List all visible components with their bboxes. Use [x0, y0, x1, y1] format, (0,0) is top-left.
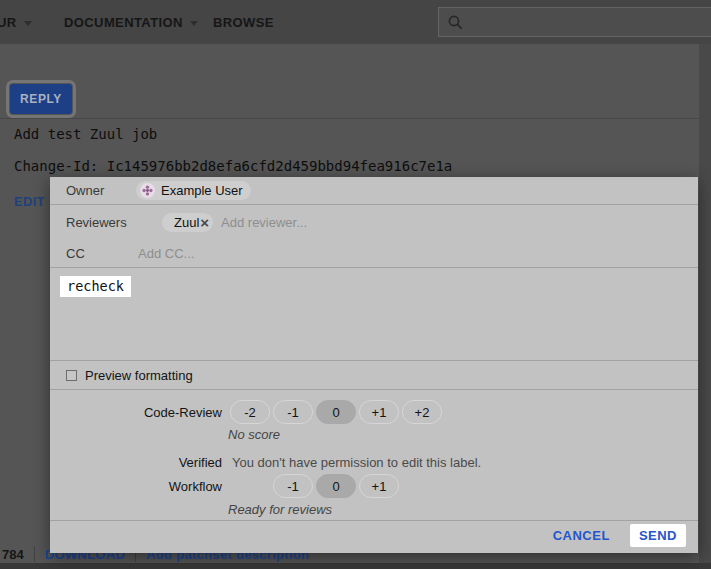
add-cc-input[interactable]: Add CC...: [138, 246, 194, 261]
commit-message-line: Add test Zuul job: [14, 126, 157, 142]
top-nav-bar: UR DOCUMENTATION BROWSE: [0, 0, 711, 44]
search-input[interactable]: [438, 7, 711, 37]
cc-label: CC: [66, 246, 136, 261]
reply-message-textarea[interactable]: recheck: [50, 268, 698, 361]
nav-item-browse-label: BROWSE: [213, 15, 274, 30]
vote-button-workflow-plus1[interactable]: +1: [359, 474, 399, 498]
nav-item-your[interactable]: UR: [0, 0, 32, 44]
screen: REPLY Add test Zuul job Change-Id: Ic145…: [0, 0, 711, 569]
code-review-status: No score: [228, 427, 698, 442]
cc-row: CC Add CC...: [50, 239, 698, 268]
verified-label: Verified: [50, 455, 222, 470]
remove-reviewer-icon[interactable]: ×: [200, 215, 209, 230]
nav-item-documentation-label: DOCUMENTATION: [64, 15, 183, 30]
reply-dialog: Owner Example User Reviewers: [50, 177, 698, 553]
preview-formatting-label: Preview formatting: [85, 368, 193, 383]
reviewers-label: Reviewers: [66, 215, 136, 230]
footer-separator: [34, 547, 35, 562]
reviewers-row: Reviewers Zuul × Add reviewer...: [50, 205, 698, 239]
owner-label: Owner: [66, 183, 136, 198]
bottom-strip: [0, 563, 711, 569]
chevron-down-icon: [190, 21, 198, 26]
vote-button-workflow-minus1[interactable]: -1: [273, 474, 313, 498]
dialog-action-bar: CANCEL SEND: [50, 521, 698, 549]
vote-button-code-review-zero[interactable]: 0: [316, 400, 356, 424]
right-margin-band: [699, 44, 711, 563]
nav-item-your-label: UR: [0, 15, 17, 30]
workflow-row: Workflow -1 0 +1: [50, 474, 698, 498]
nav-item-documentation[interactable]: DOCUMENTATION: [64, 0, 198, 44]
owner-chip: Example User: [136, 181, 251, 200]
cancel-button[interactable]: CANCEL: [553, 528, 610, 543]
chevron-down-icon: [24, 21, 32, 26]
search-icon: [447, 14, 464, 31]
workflow-buttons: -1 0 +1: [273, 474, 402, 498]
vote-button-code-review-minus2[interactable]: -2: [230, 400, 270, 424]
code-review-buttons: -2 -1 0 +1 +2: [230, 400, 445, 424]
send-button[interactable]: SEND: [630, 524, 686, 547]
workflow-label: Workflow: [50, 479, 222, 494]
patchset-number: 784: [2, 547, 24, 562]
workflow-status: Ready for reviews: [228, 502, 698, 517]
commit-change-id-line: Change-Id: Ic145976bb2d8efa6cfd2d459bbd9…: [14, 158, 452, 174]
vote-button-workflow-zero[interactable]: 0: [316, 474, 356, 498]
code-review-row: Code-Review -2 -1 0 +1 +2: [50, 400, 698, 424]
preview-formatting-checkbox[interactable]: [66, 370, 77, 381]
owner-row: Owner Example User: [50, 177, 698, 205]
reply-message-text: recheck: [60, 276, 131, 297]
content-divider: [0, 118, 699, 119]
verified-row: Verified You don't have permission to ed…: [50, 455, 698, 470]
reviewer-chip-label: Zuul: [174, 215, 199, 230]
reply-button[interactable]: REPLY: [10, 84, 72, 114]
avatar-identicon-icon: [140, 183, 155, 198]
vote-section: Code-Review -2 -1 0 +1 +2 No score Verif…: [50, 390, 698, 521]
edit-link[interactable]: EDIT: [14, 194, 45, 209]
owner-chip-label: Example User: [161, 183, 243, 198]
add-reviewer-input[interactable]: Add reviewer...: [221, 215, 307, 230]
vote-button-code-review-plus2[interactable]: +2: [402, 400, 442, 424]
vote-button-code-review-plus1[interactable]: +1: [359, 400, 399, 424]
code-review-label: Code-Review: [50, 405, 222, 420]
reviewer-chip-zuul: Zuul ×: [162, 213, 213, 232]
verified-permission-message: You don't have permission to edit this l…: [232, 455, 481, 470]
vote-button-code-review-minus1[interactable]: -1: [273, 400, 313, 424]
nav-item-browse[interactable]: BROWSE: [213, 0, 274, 44]
preview-formatting-row: Preview formatting: [50, 361, 698, 390]
